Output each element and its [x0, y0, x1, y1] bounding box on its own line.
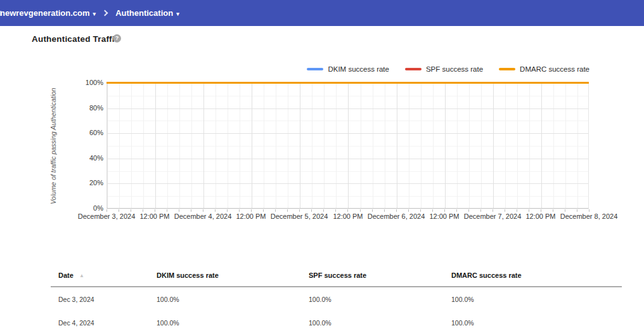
table-header-divider — [51, 286, 622, 287]
help-icon[interactable]: ? — [113, 34, 121, 42]
chevron-down-icon: ▾ — [93, 11, 96, 17]
partial-back-icon — [0, 11, 2, 16]
y-axis-title: Volume of traffic passing Authentication — [48, 83, 58, 209]
legend-swatch-dkim — [307, 68, 323, 70]
legend-label-dkim: DKIM success rate — [328, 65, 389, 73]
page-title: Authenticated Traffic — [32, 34, 119, 44]
chart-legend: DKIM success rate SPF success rate DMARC… — [307, 65, 589, 73]
postmaster-dashboard-page: newrevgeneration.com ▾ Authentication ▾ … — [0, 0, 644, 333]
table-header-date-label: Date — [58, 271, 74, 279]
cell-date: Dec 4, 2024 — [58, 319, 94, 327]
cell-date: Dec 3, 2024 — [58, 296, 94, 303]
sort-ascending-icon: ▲ — [79, 273, 84, 278]
cell-spf: 100.0% — [309, 296, 332, 303]
breadcrumb-domain-dropdown[interactable]: newrevgeneration.com ▾ — [0, 8, 96, 18]
breadcrumb-section-dropdown[interactable]: Authentication ▾ — [115, 8, 179, 18]
cell-dmarc: 100.0% — [451, 319, 474, 327]
y-tick-80: 80% — [75, 104, 103, 112]
legend-swatch-dmarc — [499, 68, 515, 70]
x-axis-tickmarks — [106, 209, 589, 212]
table-header-row: Date ▲ DKIM success rate SPF success rat… — [58, 271, 629, 282]
legend-item-dmarc: DMARC success rate — [499, 65, 589, 73]
y-tick-40: 40% — [75, 154, 103, 162]
chart-plot-area[interactable] — [106, 83, 589, 209]
legend-item-spf: SPF success rate — [405, 65, 483, 73]
legend-item-dkim: DKIM success rate — [307, 65, 389, 73]
table-row: Dec 3, 2024 100.0% 100.0% 100.0% — [58, 296, 629, 306]
y-tick-60: 60% — [75, 129, 103, 136]
top-app-bar: newrevgeneration.com ▾ Authentication ▾ — [0, 0, 644, 26]
table-header-date[interactable]: Date ▲ — [58, 271, 84, 279]
legend-swatch-spf — [405, 68, 422, 70]
table-row: Dec 4, 2024 100.0% 100.0% 100.0% — [58, 319, 629, 329]
cell-dkim: 100.0% — [157, 319, 179, 327]
dmarc-series-line — [106, 82, 589, 84]
y-tick-0: 0% — [75, 204, 103, 212]
breadcrumb-domain-label: newrevgeneration.com — [0, 8, 90, 18]
table-header-spf: SPF success rate — [309, 271, 366, 279]
table-header-dmarc: DMARC success rate — [451, 271, 522, 279]
cell-dkim: 100.0% — [157, 296, 179, 303]
y-tick-100: 100% — [75, 79, 103, 86]
chevron-down-icon: ▾ — [176, 11, 179, 17]
x-tick-dec8: December 8, 2024 — [548, 212, 630, 220]
cell-spf: 100.0% — [309, 319, 332, 327]
y-tick-20: 20% — [75, 179, 103, 186]
table-header-dkim: DKIM success rate — [157, 271, 219, 279]
breadcrumb-section-label: Authentication — [115, 8, 173, 18]
chevron-right-icon — [102, 10, 108, 16]
legend-label-dmarc: DMARC success rate — [520, 65, 589, 73]
legend-label-spf: SPF success rate — [426, 65, 483, 73]
cell-dmarc: 100.0% — [451, 296, 474, 303]
